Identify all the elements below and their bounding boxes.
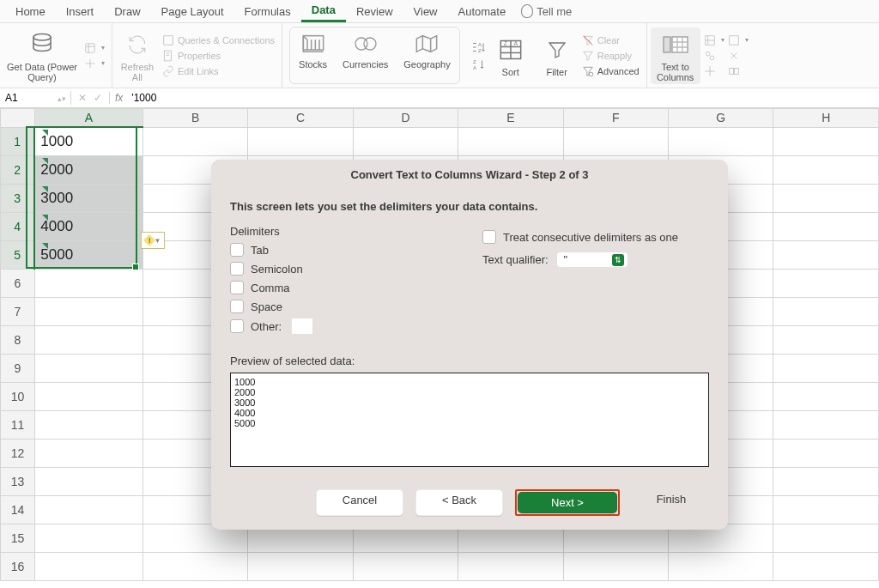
name-box-input[interactable] — [3, 91, 55, 105]
accept-formula-icon[interactable]: ✓ — [94, 92, 102, 104]
cell[interactable] — [34, 298, 142, 326]
cell[interactable] — [34, 553, 142, 581]
cell[interactable] — [773, 553, 879, 581]
tab-insert[interactable]: Insert — [56, 2, 105, 21]
cell-a1[interactable]: 1000 — [34, 127, 142, 156]
tool-mini-3[interactable] — [704, 65, 724, 77]
row-header-11[interactable]: 11 — [1, 411, 35, 439]
finish-button[interactable]: Finish — [632, 489, 711, 516]
row-header-12[interactable]: 12 — [1, 439, 35, 468]
cell[interactable] — [34, 355, 142, 383]
tab-review[interactable]: Review — [346, 2, 403, 21]
cell[interactable] — [353, 553, 458, 581]
col-header-d[interactable]: D — [353, 109, 458, 128]
row-header-14[interactable]: 14 — [1, 496, 35, 524]
cell[interactable] — [142, 553, 247, 581]
cell-a2[interactable]: 2000 — [34, 156, 142, 185]
delimiter-space[interactable]: Space — [230, 300, 457, 313]
cell[interactable] — [773, 326, 879, 355]
cell[interactable] — [773, 383, 879, 411]
row-header-5[interactable]: 5 — [1, 241, 35, 270]
row-header-10[interactable]: 10 — [1, 383, 35, 411]
tab-draw[interactable]: Draw — [104, 2, 150, 21]
reapply-button[interactable]: Reapply — [582, 50, 640, 62]
row-header-13[interactable]: 13 — [1, 468, 35, 496]
cell[interactable] — [458, 553, 563, 581]
cell-a4[interactable]: 4000 — [34, 213, 142, 241]
name-box-spinner[interactable]: ▴▾ — [58, 96, 66, 101]
col-header-f[interactable]: F — [563, 109, 668, 128]
tool-mini-5[interactable] — [728, 50, 749, 62]
row-header-1[interactable]: 1 — [1, 127, 35, 156]
delimiter-semicolon[interactable]: Semicolon — [230, 262, 457, 276]
cell[interactable] — [773, 241, 879, 270]
tool-mini-2[interactable] — [704, 50, 724, 62]
tab-view[interactable]: View — [403, 2, 448, 21]
cell[interactable] — [773, 355, 879, 383]
row-header-7[interactable]: 7 — [1, 298, 35, 326]
cancel-button[interactable]: Cancel — [316, 489, 403, 516]
col-header-c[interactable]: C — [248, 109, 353, 128]
geography-button[interactable]: Geography — [403, 31, 450, 70]
row-header-16[interactable]: 16 — [1, 553, 35, 581]
cell[interactable] — [773, 270, 879, 298]
next-button[interactable]: Next > — [518, 492, 617, 513]
cell[interactable] — [458, 127, 563, 156]
row-header-2[interactable]: 2 — [1, 156, 35, 185]
cell[interactable] — [248, 127, 353, 156]
stocks-button[interactable]: Stocks — [299, 31, 327, 70]
col-header-a[interactable]: A — [34, 109, 142, 128]
queries-connections[interactable]: Queries & Connections — [162, 34, 275, 46]
cell[interactable] — [773, 127, 879, 156]
tool-mini-6[interactable] — [728, 65, 749, 77]
back-button[interactable]: < Back — [415, 489, 503, 516]
delimiter-comma[interactable]: Comma — [230, 281, 457, 294]
cell[interactable] — [773, 439, 879, 468]
tab-formulas[interactable]: Formulas — [234, 2, 301, 21]
select-all-corner[interactable] — [1, 109, 35, 128]
cell[interactable] — [34, 383, 142, 411]
tool-mini-1[interactable] — [704, 34, 724, 46]
cell[interactable] — [773, 185, 879, 213]
row-header-4[interactable]: 4 — [1, 213, 35, 241]
cell-a3[interactable]: 3000 — [34, 185, 142, 213]
cell[interactable] — [34, 326, 142, 355]
cell[interactable] — [34, 411, 142, 439]
cell[interactable] — [248, 553, 353, 581]
tell-me[interactable]: Tell me — [521, 4, 572, 18]
cell[interactable] — [773, 496, 879, 524]
refresh-all-button[interactable]: Refresh All — [116, 29, 159, 82]
row-header-9[interactable]: 9 — [1, 355, 35, 383]
cell[interactable] — [668, 127, 773, 156]
tab-automate[interactable]: Automate — [448, 2, 517, 21]
cell[interactable] — [34, 270, 142, 298]
formula-input[interactable] — [128, 92, 879, 104]
get-data-button[interactable]: Get Data (Power Query) — [7, 29, 77, 82]
other-delimiter-input[interactable] — [292, 318, 312, 334]
currencies-button[interactable]: Currencies — [343, 31, 388, 70]
cell[interactable] — [773, 411, 879, 439]
cell[interactable] — [773, 156, 879, 185]
get-data-mini-1[interactable] — [84, 42, 105, 54]
col-header-h[interactable]: H — [773, 109, 879, 128]
col-header-g[interactable]: G — [668, 109, 773, 128]
cell[interactable] — [34, 468, 142, 496]
col-header-e[interactable]: E — [458, 109, 563, 128]
cell[interactable] — [34, 496, 142, 524]
cell[interactable] — [773, 213, 879, 241]
name-box[interactable]: ▴▾ — [0, 91, 71, 105]
cell[interactable] — [773, 524, 879, 553]
cell[interactable] — [773, 468, 879, 496]
delimiter-tab[interactable]: Tab — [230, 243, 457, 257]
treat-consecutive[interactable]: Treat consecutive delimiters as one — [482, 230, 709, 244]
cell[interactable] — [773, 298, 879, 326]
cell[interactable] — [563, 127, 668, 156]
row-header-15[interactable]: 15 — [1, 524, 35, 553]
advanced-button[interactable]: Advanced — [582, 65, 640, 77]
cell[interactable] — [34, 439, 142, 468]
sort-button[interactable]: ZA Sort — [489, 34, 532, 77]
text-to-columns-button[interactable]: Text to Columns — [651, 27, 700, 84]
delimiter-other[interactable]: Other: — [230, 318, 457, 334]
fx-icon[interactable]: fx — [110, 92, 128, 104]
error-smart-tag[interactable]: ! ▼ — [141, 232, 165, 249]
